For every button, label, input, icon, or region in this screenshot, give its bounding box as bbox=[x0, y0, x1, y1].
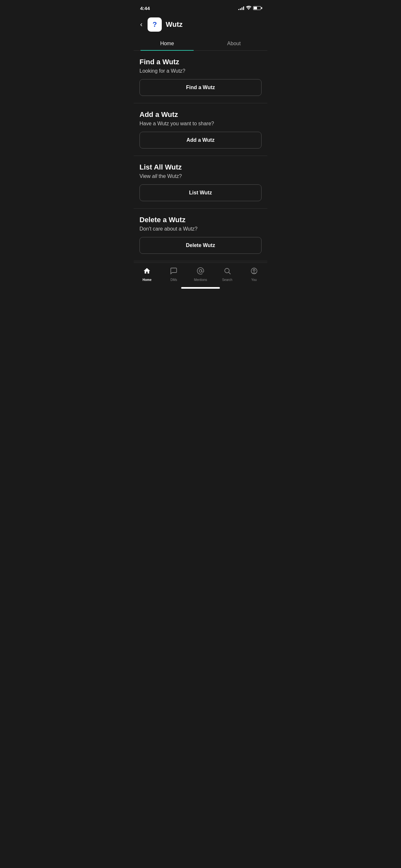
svg-line-2 bbox=[228, 273, 230, 275]
add-title: Add a Wutz bbox=[140, 111, 261, 119]
tab-about[interactable]: About bbox=[201, 36, 267, 51]
dms-icon bbox=[170, 267, 178, 277]
search-icon bbox=[223, 267, 231, 277]
app-icon: ? bbox=[148, 18, 162, 32]
status-time: 4:44 bbox=[140, 5, 150, 11]
nav-you[interactable]: You bbox=[241, 267, 267, 282]
add-desc: Have a Wutz you want to share? bbox=[140, 121, 261, 127]
status-icons bbox=[238, 6, 261, 11]
svg-point-0 bbox=[199, 270, 202, 272]
find-title: Find a Wutz bbox=[140, 58, 261, 66]
svg-point-1 bbox=[225, 268, 229, 273]
nav-mentions-label: Mentions bbox=[194, 278, 207, 282]
bottom-nav: Home DMs Mentions Search bbox=[134, 262, 267, 285]
find-section: Find a Wutz Looking for a Wutz? Find a W… bbox=[134, 51, 267, 103]
delete-section: Delete a Wutz Don't care about a Wutz? D… bbox=[134, 209, 267, 261]
battery-icon bbox=[253, 6, 261, 10]
nav-search-label: Search bbox=[222, 278, 233, 282]
delete-title: Delete a Wutz bbox=[140, 216, 261, 224]
list-desc: View all the Wutz? bbox=[140, 174, 261, 179]
header: ‹ ? Wutz bbox=[134, 14, 267, 35]
app-title: Wutz bbox=[166, 20, 182, 29]
svg-point-4 bbox=[253, 269, 255, 271]
add-section: Add a Wutz Have a Wutz you want to share… bbox=[134, 103, 267, 156]
add-button[interactable]: Add a Wutz bbox=[140, 132, 261, 149]
find-desc: Looking for a Wutz? bbox=[140, 68, 261, 74]
tab-home[interactable]: Home bbox=[134, 36, 201, 51]
nav-home[interactable]: Home bbox=[134, 267, 160, 282]
home-icon bbox=[143, 267, 151, 277]
back-button[interactable]: ‹ bbox=[139, 19, 144, 30]
nav-search[interactable]: Search bbox=[214, 267, 241, 282]
signal-icon bbox=[238, 6, 244, 10]
status-bar: 4:44 bbox=[134, 0, 267, 14]
home-indicator bbox=[181, 287, 220, 289]
list-section: List All Wutz View all the Wutz? List Wu… bbox=[134, 156, 267, 209]
wifi-icon bbox=[246, 6, 251, 11]
you-icon bbox=[250, 267, 258, 277]
nav-home-label: Home bbox=[143, 278, 152, 282]
delete-button[interactable]: Delete Wutz bbox=[140, 237, 261, 254]
list-button[interactable]: List Wutz bbox=[140, 184, 261, 201]
mentions-icon bbox=[197, 267, 204, 277]
find-button[interactable]: Find a Wutz bbox=[140, 79, 261, 96]
nav-dms-label: DMs bbox=[171, 278, 177, 282]
tabs-bar: Home About bbox=[134, 36, 267, 51]
delete-desc: Don't care about a Wutz? bbox=[140, 226, 261, 232]
nav-mentions[interactable]: Mentions bbox=[187, 267, 214, 282]
list-title: List All Wutz bbox=[140, 163, 261, 172]
nav-you-label: You bbox=[251, 278, 257, 282]
main-content: Find a Wutz Looking for a Wutz? Find a W… bbox=[134, 51, 267, 262]
nav-dms[interactable]: DMs bbox=[160, 267, 187, 282]
